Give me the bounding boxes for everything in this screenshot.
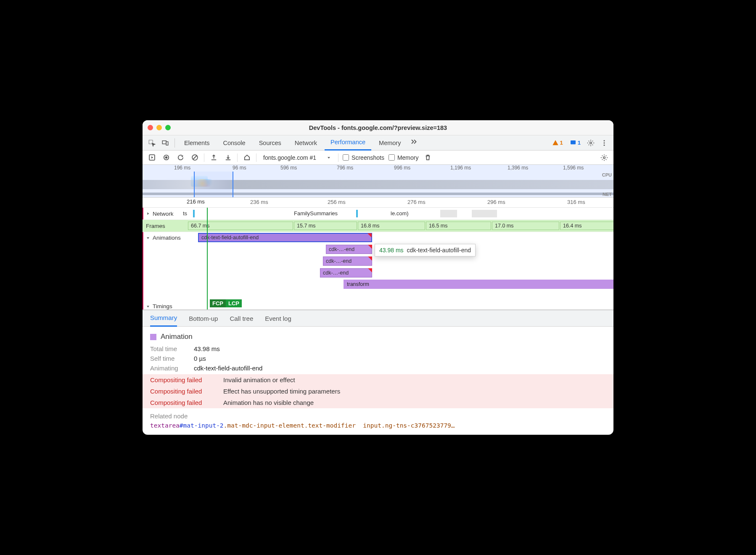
titlebar: DevTools - fonts.google.com/?preview.siz… (143, 120, 613, 135)
screenshots-toggle[interactable]: Screenshots (343, 154, 384, 161)
cpu-label: CPU (602, 172, 612, 177)
divider (256, 153, 256, 162)
svg-point-4 (590, 142, 592, 144)
divider (174, 138, 175, 148)
traffic-lights (148, 125, 171, 130)
compositing-failed-row: Compositing failedInvalid animation or e… (143, 374, 613, 386)
timing-markers[interactable]: FCP LCP (210, 299, 242, 307)
capture-settings-icon[interactable] (599, 153, 609, 163)
recording-select[interactable]: fonts.google.com #1 (261, 153, 334, 162)
ruler-cursor: 216 ms (187, 198, 205, 205)
issues-badge[interactable]: 1 (567, 140, 583, 146)
divider (237, 153, 238, 162)
detail-tab-event-log[interactable]: Event log (265, 310, 291, 327)
track-frames[interactable]: Frames 66.7 ms 15.7 ms 16.8 ms 16.5 ms 1… (143, 220, 613, 232)
flame-tracks: Network ts FamilySummaries le.com) Frame… (143, 208, 613, 310)
svg-rect-2 (166, 142, 168, 145)
track-head-timings[interactable]: Timings (153, 303, 172, 309)
record-icon[interactable] (161, 153, 171, 163)
kebab-icon[interactable] (598, 137, 610, 149)
inspect-icon[interactable] (146, 137, 158, 149)
settings-icon[interactable] (585, 137, 597, 149)
detail-heading: Animation (150, 333, 606, 341)
animation-bar-selected[interactable]: cdk-text-field-autofill-end (198, 233, 372, 242)
overview-strip[interactable]: 196 ms 96 ms 596 ms 796 ms 996 ms 1,196 … (143, 165, 613, 198)
overview-ruler: 196 ms 96 ms 596 ms 796 ms 996 ms 1,196 … (143, 165, 613, 172)
warnings-badge[interactable]: 1 (550, 140, 566, 146)
device-toggle-icon[interactable] (159, 137, 171, 149)
devtools-window: DevTools - fonts.google.com/?preview.siz… (143, 120, 613, 435)
recording-label: fonts.google.com #1 (263, 154, 316, 161)
close-icon[interactable] (148, 125, 153, 130)
svg-point-12 (603, 156, 605, 159)
track-animations[interactable]: Animations cdk-text-field-autofill-end c… (143, 232, 613, 299)
reload-record-icon[interactable] (175, 153, 185, 163)
download-icon[interactable] (223, 153, 233, 163)
tab-memory[interactable]: Memory (373, 135, 407, 151)
divider (338, 153, 338, 162)
compositing-failed-row: Compositing failedAnimation has no visib… (143, 397, 613, 408)
svg-rect-1 (162, 140, 166, 144)
gc-icon[interactable] (423, 153, 433, 163)
track-network[interactable]: Network ts FamilySummaries le.com) (143, 208, 613, 220)
detail-tab-summary[interactable]: Summary (150, 310, 177, 327)
tooltip-name: cdk-text-field-autofill-end (407, 247, 471, 254)
timeline-ruler[interactable]: 216 ms 236 ms 256 ms 276 ms 296 ms 316 m… (143, 198, 613, 208)
detail-tabs: Summary Bottom-up Call tree Event log (143, 310, 613, 327)
memory-toggle[interactable]: Memory (389, 154, 419, 161)
playhead-cursor[interactable] (207, 208, 208, 309)
tab-network[interactable]: Network (289, 135, 323, 151)
track-head-animations[interactable]: Animations (143, 232, 188, 241)
transform-bar[interactable]: transform (344, 280, 613, 289)
clear-icon[interactable] (190, 153, 200, 163)
animation-bar[interactable]: cdk-…-end (323, 256, 372, 266)
perf-toolbar: fonts.google.com #1 Screenshots Memory (143, 151, 613, 165)
lcp-marker[interactable]: LCP (226, 299, 242, 307)
home-icon[interactable] (242, 153, 252, 163)
warning-corner-icon (367, 233, 372, 238)
net-bar[interactable] (356, 210, 358, 217)
tab-console[interactable]: Console (217, 135, 251, 151)
frame-bar[interactable]: 16.4 ms (560, 222, 613, 230)
track-head-frames[interactable]: Frames (143, 223, 188, 229)
net-bar[interactable] (472, 210, 497, 217)
warning-corner-icon (368, 268, 372, 272)
warning-corner-icon (368, 256, 372, 261)
details-pane: Animation Total time43.98 ms Self time0 … (143, 327, 613, 435)
svg-point-10 (165, 156, 167, 159)
net-bar[interactable] (440, 210, 457, 217)
frame-bar[interactable]: 66.7 ms (188, 222, 293, 230)
warning-corner-icon (368, 245, 372, 249)
compositing-failed-row: Compositing failedEffect has unsupported… (143, 386, 613, 397)
frame-bar[interactable]: 15.7 ms (294, 222, 357, 230)
tab-elements[interactable]: Elements (178, 135, 215, 151)
minimize-icon[interactable] (156, 125, 162, 130)
frame-bar[interactable]: 17.0 ms (492, 222, 559, 230)
tab-performance[interactable]: Performance (325, 135, 371, 151)
fcp-marker[interactable]: FCP (210, 299, 226, 307)
net-bar[interactable] (193, 210, 195, 217)
category-swatch-icon (150, 334, 156, 340)
tab-sources[interactable]: Sources (253, 135, 287, 151)
tooltip-duration: 43.98 ms (379, 247, 404, 254)
frame-bar[interactable]: 16.8 ms (358, 222, 425, 230)
animation-bar[interactable]: cdk-…-end (320, 268, 372, 278)
upload-icon[interactable] (209, 153, 219, 163)
track-head-network[interactable]: Network (143, 211, 188, 217)
more-tabs-icon[interactable] (408, 137, 420, 149)
detail-tab-call-tree[interactable]: Call tree (230, 310, 253, 327)
maximize-icon[interactable] (165, 125, 171, 130)
frame-bar[interactable]: 16.5 ms (426, 222, 491, 230)
svg-point-5 (604, 140, 605, 141)
svg-rect-3 (571, 140, 576, 144)
svg-point-6 (604, 142, 605, 143)
hover-tooltip: 43.98 ms cdk-text-field-autofill-end (375, 244, 476, 256)
overview-selection[interactable] (194, 172, 233, 198)
animation-bar[interactable]: cdk-…-end (326, 245, 372, 254)
net-label: NET (603, 192, 612, 197)
toggle-drawer-icon[interactable] (147, 153, 157, 163)
detail-tab-bottom-up[interactable]: Bottom-up (189, 310, 218, 327)
panel-tabs: Elements Console Sources Network Perform… (143, 135, 613, 151)
related-node-link[interactable]: textarea#mat-input-2.mat-mdc-input-eleme… (150, 422, 606, 429)
divider (204, 153, 204, 162)
